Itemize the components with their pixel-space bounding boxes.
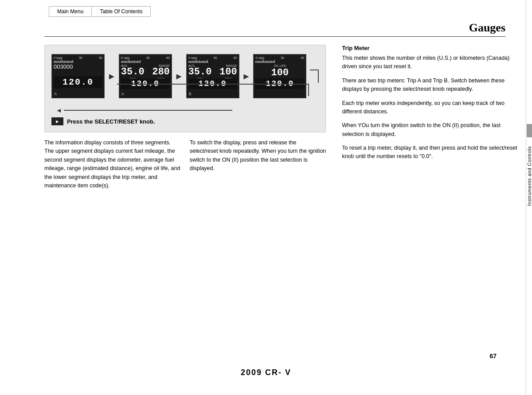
- gauge-top-bar-2: 0 mpg 30 60: [121, 56, 170, 59]
- scale-right-4: 60: [301, 56, 305, 59]
- panel-label-a: A: [54, 92, 57, 96]
- text-columns: The information display consists of thre…: [44, 139, 326, 190]
- return-arrow-left: ◄: [56, 107, 232, 114]
- page-title: Gauges: [0, 21, 505, 35]
- oil-life-value: 100: [255, 68, 304, 78]
- range-value-3: 100: [219, 67, 237, 77]
- bullet-arrow: ►: [55, 119, 60, 124]
- return-arrow-line: [64, 110, 232, 111]
- gauge-panel-1: 0 mpg 30 60 003000 120.0 A: [51, 54, 105, 98]
- page-title-area: Gauges: [0, 21, 532, 36]
- trip-a-display: 120.0: [63, 77, 94, 87]
- main-menu-button[interactable]: Main Menu: [49, 6, 91, 17]
- press-arrow-bullet: ►: [51, 117, 63, 125]
- side-marker: [527, 124, 532, 137]
- trip-meter-para5: To reset a trip meter, display it, and t…: [342, 144, 523, 161]
- scale-mid-3: 30: [214, 56, 217, 59]
- press-instruction-text: Press the SELECT/RESET knob.: [67, 118, 155, 125]
- arrow-3: ►: [242, 71, 251, 81]
- avg-value: 35.0: [121, 67, 145, 77]
- curved-arrow-container: [310, 70, 319, 83]
- top-nav: Main Menu Table Of Contents: [0, 0, 532, 21]
- table-of-contents-button[interactable]: Table Of Contents: [91, 6, 151, 17]
- scale-label-1: 0 mpg: [54, 56, 62, 59]
- oil-life-label: OIL LIFE: [255, 64, 304, 67]
- trip-meter-para1: This meter shows the number of miles (U.…: [342, 54, 523, 71]
- main-content: 0 mpg 30 60 003000 120.0 A: [0, 37, 532, 352]
- text-col-left: The information display consists of thre…: [44, 139, 181, 190]
- scale-mid-2: 30: [146, 56, 150, 59]
- press-instruction-row: ► Press the SELECT/RESET knob.: [51, 117, 319, 125]
- page-number: 67: [489, 352, 497, 360]
- left-text: The information display consists of thre…: [44, 139, 181, 190]
- side-tab-bar: Instruments and Controls: [526, 0, 532, 395]
- scale-right-1: 60: [99, 56, 102, 59]
- odometer-display: 003000: [54, 63, 102, 70]
- return-arrow-row: ◄: [56, 101, 319, 114]
- scale-label-2: 0 mpg: [121, 56, 129, 59]
- arrow-1: ►: [107, 71, 116, 81]
- trip-meter-heading: Trip Meter: [342, 45, 523, 51]
- right-column: Trip Meter This meter shows the number o…: [335, 45, 532, 352]
- gauge-top-bar-3: 0 mpg 30 60: [188, 56, 237, 59]
- return-arrow-right: [117, 84, 309, 96]
- text-col-right: To switch the display, press and release…: [190, 139, 326, 190]
- trip-meter-para4: When YOu turn the ignition switch to the…: [342, 121, 523, 139]
- left-column: 0 mpg 30 60 003000 120.0 A: [0, 45, 335, 352]
- scale-label-3: 0 mpg: [188, 56, 197, 59]
- trip-meter-para3: Each trip meter works independently, so …: [342, 99, 523, 116]
- scale-right-3: 60: [234, 56, 237, 59]
- return-arrow-tip: ◄: [56, 107, 62, 114]
- trip-meter-para2: There are two trip meters: Trip A and Tr…: [342, 77, 523, 94]
- scale-mid-1: 30: [79, 56, 82, 59]
- scale-right-2: 60: [166, 56, 170, 59]
- footer-title: 2009 CR- V: [0, 368, 532, 377]
- right-text: To switch the display, press and release…: [190, 139, 326, 173]
- gauge-display-box: 0 mpg 30 60 003000 120.0 A: [44, 45, 326, 132]
- arrow-curve-top: [310, 70, 319, 83]
- gauge-top-bar-1: 0 mpg 30 60: [54, 56, 102, 59]
- range-value: 280: [152, 67, 170, 77]
- scale-label-4: 0 mpg: [255, 56, 264, 59]
- sidebar-label: Instruments and Controls: [527, 146, 532, 206]
- arrow-2: ►: [175, 71, 184, 81]
- scale-mid-4: 30: [281, 56, 284, 59]
- trip-meter-section: Trip Meter This meter shows the number o…: [342, 45, 523, 161]
- avg-value-3: 35.0: [188, 67, 212, 77]
- gauge-top-bar-4: 0 mpg 30 60: [255, 56, 304, 59]
